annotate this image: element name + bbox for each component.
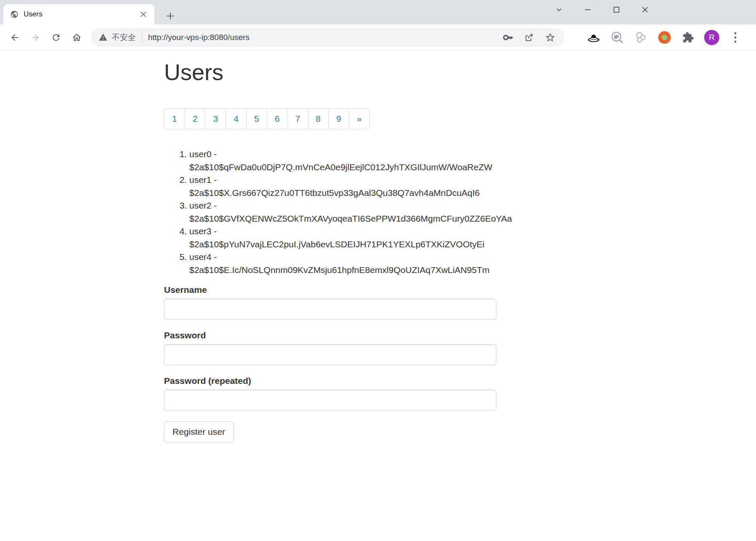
proxy-circles-extension-icon[interactable] (629, 27, 653, 48)
user-password-hash: $2a$10$X.Grs667Qiz27u0TT6tbzut5vp33gAal3… (189, 188, 480, 198)
pagination-link[interactable]: 2 (185, 108, 206, 129)
user-list-item: user2 - $2a$10$GVfXQENWcZ5OkTmXAVyoqeaTI… (189, 199, 496, 225)
url-text[interactable]: http://your-vps-ip:8080/users (148, 33, 503, 42)
user-list-item: user0 - $2a$10$qFwDa0u0DjP7Q.mVnCeA0e9jl… (189, 148, 496, 174)
pagination-page-7: 7 (288, 108, 308, 129)
home-icon[interactable] (66, 27, 87, 48)
window-maximize-button[interactable] (602, 3, 631, 17)
password-repeated-label: Password (repeated) (164, 375, 496, 387)
pagination-link[interactable]: » (349, 108, 370, 129)
pagination-link[interactable]: 8 (308, 108, 329, 129)
not-secure-warning-icon[interactable] (99, 33, 108, 42)
forward-icon[interactable] (25, 27, 46, 48)
tab-title: Users (24, 10, 137, 19)
pagination-link[interactable]: 3 (205, 108, 226, 129)
not-secure-label[interactable]: 不安全 (112, 32, 136, 43)
pagination-link[interactable]: 9 (328, 108, 350, 129)
omnibox-divider (142, 32, 142, 43)
pagination-page-2: 2 (185, 108, 206, 129)
pagination-next: » (349, 108, 370, 129)
browser-toolbar: 不安全 http://your-vps-ip:8080/users (0, 24, 756, 51)
pagination-page-1: 1 (164, 108, 185, 129)
pagination-page-3: 3 (205, 108, 226, 129)
user-list-item: user3 - $2a$10$pYuN7vajLEC2puI.jVab6evLS… (189, 225, 496, 251)
pagination-page-9: 9 (329, 108, 350, 129)
register-user-form: Username Password Password (repeated) Re… (164, 284, 496, 442)
pagination-link[interactable]: 4 (226, 108, 247, 129)
reload-icon[interactable] (46, 27, 66, 48)
tab-close-icon[interactable] (137, 8, 149, 20)
password-repeated-input[interactable] (164, 390, 496, 411)
pagination-link[interactable]: 1 (164, 108, 185, 129)
svg-text:IP: IP (614, 34, 619, 39)
ip-lookup-extension-icon[interactable]: IP (605, 27, 629, 48)
username-label: Username (164, 284, 496, 296)
extensions-puzzle-icon[interactable] (676, 27, 700, 48)
omnibox-actions (503, 32, 556, 43)
password-label: Password (164, 329, 496, 341)
user-password-hash: $2a$10$qFwDa0u0DjP7Q.mVnCeA0e9jlEejlC012… (189, 162, 492, 172)
browser-tab-users[interactable]: Users (3, 4, 154, 24)
user-name: user3 - (189, 226, 217, 236)
pagination: 123456789» (164, 108, 370, 129)
pagination-page-8: 8 (308, 108, 329, 129)
window-close-button[interactable] (631, 3, 659, 17)
pagination-link[interactable]: 5 (246, 108, 267, 129)
window-minimize-button[interactable] (573, 3, 602, 17)
pagination-page-6: 6 (267, 108, 288, 129)
back-icon[interactable] (4, 27, 25, 48)
password-input[interactable] (164, 344, 496, 365)
user-password-hash: $2a$10$GVfXQENWcZ5OkTmXAVyoqeaTI6SePPW1d… (189, 214, 512, 223)
record-dot-extension-icon[interactable] (653, 27, 676, 48)
globe-favicon-icon (10, 10, 19, 19)
profile-avatar[interactable]: R (700, 27, 724, 48)
username-input[interactable] (164, 299, 496, 320)
address-bar[interactable]: 不安全 http://your-vps-ip:8080/users (91, 28, 564, 47)
new-tab-button[interactable] (163, 8, 178, 24)
hat-extension-icon[interactable] (582, 27, 605, 48)
user-password-hash: $2a$10$E.Ic/NoSLQnnm09KvZMsju61hpfnE8emx… (189, 265, 490, 275)
tab-strip: Users (0, 0, 756, 24)
pagination-page-5: 5 (247, 108, 267, 129)
pagination-page-4: 4 (226, 108, 247, 129)
user-name: user4 - (189, 252, 217, 262)
pagination-link[interactable]: 6 (266, 108, 288, 129)
page-title: Users (164, 51, 496, 85)
window-controls (545, 3, 659, 17)
browser-menu-kebab-icon[interactable] (724, 27, 747, 48)
pagination-link[interactable]: 7 (287, 108, 308, 129)
share-icon[interactable] (524, 32, 535, 43)
user-name: user1 - (189, 175, 217, 185)
user-list-item: user4 - $2a$10$E.Ic/NoSLQnnm09KvZMsju61h… (189, 251, 496, 276)
bookmark-star-icon[interactable] (545, 32, 556, 43)
user-name: user2 - (189, 201, 217, 210)
user-name: user0 - (189, 149, 217, 159)
user-list-item: user1 - $2a$10$X.Grs667Qiz27u0TT6tbzut5v… (189, 174, 496, 199)
user-password-hash: $2a$10$pYuN7vajLEC2puI.jVab6evLSDEIJH71P… (189, 239, 484, 249)
tab-search-chevron-icon[interactable] (545, 3, 573, 17)
page-body: Users 123456789» user0 - $2a$10$qFwDa0u0… (0, 51, 756, 442)
user-list: user0 - $2a$10$qFwDa0u0DjP7Q.mVnCeA0e9jl… (164, 148, 496, 276)
extensions-row: IP R (582, 27, 747, 48)
password-key-icon[interactable] (503, 32, 514, 43)
register-user-button[interactable]: Register user (164, 421, 234, 442)
